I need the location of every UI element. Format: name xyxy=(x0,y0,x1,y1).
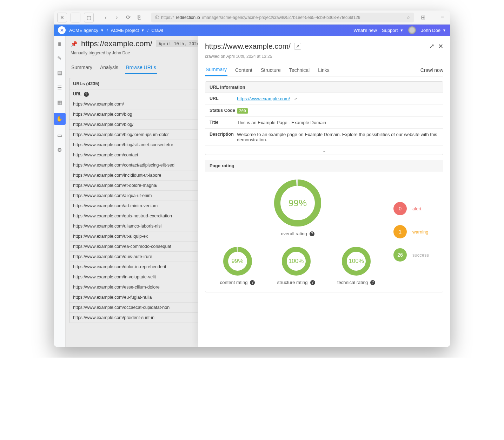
gear-icon[interactable]: ⚙ xyxy=(55,146,64,154)
page-title: https://example.com/ xyxy=(81,39,152,48)
help-icon[interactable]: ? xyxy=(370,280,375,285)
help-icon[interactable]: ? xyxy=(84,92,89,97)
value-description: Welcome to an example page on Example Do… xyxy=(237,132,439,142)
structure-rating-value: 100% xyxy=(289,258,304,265)
edit-icon[interactable]: ✎ xyxy=(55,54,64,62)
label-status: Status Code xyxy=(210,108,237,113)
url-prefix: https:// xyxy=(161,15,174,20)
col-url[interactable]: URL xyxy=(73,92,81,96)
label-title: Title xyxy=(210,120,237,125)
success-label: success xyxy=(412,252,429,258)
app-bar: ⨯ ACME agency ▼ / ACME project ▼ / Crawl… xyxy=(54,25,450,36)
pin-icon[interactable]: 📌 xyxy=(71,41,78,47)
detail-drawer: https://www.example.com/ ↗ ⤢ ✕ crawled o… xyxy=(198,36,450,347)
url-domain: redirection.io xyxy=(176,15,200,20)
alert-count: 0 xyxy=(393,202,407,215)
label-description: Description xyxy=(210,132,237,142)
warning-count: 1 xyxy=(393,225,407,238)
list-icon[interactable]: ☰ xyxy=(55,83,64,92)
grid-icon[interactable]: ⊞ xyxy=(421,14,425,21)
tab-content[interactable]: Content xyxy=(234,65,253,76)
page-rating-panel: Page rating 99% overall rating? xyxy=(205,160,443,292)
structure-rating-donut: 100% xyxy=(281,246,311,276)
close-window-icon[interactable]: ✕ xyxy=(57,13,67,22)
maximize-window-icon[interactable]: ▢ xyxy=(84,13,94,22)
caret-down-icon: ▼ xyxy=(141,28,145,32)
app-window: ✕ — ▢ ‹ › ⟳ ⎘ 🛈 https://redirection.io/m… xyxy=(54,11,450,347)
crawl-icon[interactable]: ✋ xyxy=(54,113,66,125)
minimize-window-icon[interactable]: — xyxy=(71,13,80,22)
crawl-date: April 10th, 2024 xyxy=(156,40,202,47)
label-url: URL xyxy=(210,96,237,101)
tab-browse-urls[interactable]: Browse URLs xyxy=(125,62,157,74)
structure-rating-label: structure rating xyxy=(277,280,308,285)
url-link[interactable]: https://www.example.com/ xyxy=(237,96,290,101)
library-icon[interactable]: ⫼ xyxy=(430,14,436,21)
status-badge: 200 xyxy=(237,108,248,114)
breadcrumb-project[interactable]: ACME project ▼ xyxy=(111,28,145,33)
tab-technical[interactable]: Technical xyxy=(289,65,310,76)
forward-icon[interactable]: › xyxy=(112,13,122,22)
success-count: 26 xyxy=(393,248,407,262)
monitor-icon[interactable]: ▭ xyxy=(55,131,64,140)
tab-structure[interactable]: Structure xyxy=(260,65,281,76)
browser-chrome: ✕ — ▢ ‹ › ⟳ ⎘ 🛈 https://redirection.io/m… xyxy=(54,11,450,25)
avatar[interactable] xyxy=(408,26,416,34)
reload-icon[interactable]: ⟳ xyxy=(123,13,133,22)
support-link[interactable]: Support ▼ xyxy=(382,28,403,33)
menu-icon[interactable]: ≡ xyxy=(441,14,444,21)
page-icon[interactable]: ▤ xyxy=(55,69,64,77)
left-rail: ⫼ ✎ ▤ ☰ ▦ ✋ ▭ ⚙ xyxy=(54,36,66,347)
tab-summary[interactable]: Summary xyxy=(205,64,227,76)
lock-icon: 🛈 xyxy=(155,15,159,20)
chevron-down-icon[interactable]: ⌄ xyxy=(205,146,443,155)
breadcrumb-section: Crawl xyxy=(151,28,163,33)
stats-icon[interactable]: ⫼ xyxy=(55,39,64,48)
technical-rating-value: 100% xyxy=(349,258,364,265)
user-menu[interactable]: John Doe ▼ xyxy=(421,28,446,33)
caret-down-icon: ▼ xyxy=(400,28,404,32)
tab-summary[interactable]: Summary xyxy=(71,62,93,74)
help-icon[interactable]: ? xyxy=(250,280,255,285)
warning-label: warning xyxy=(412,229,429,235)
overall-rating-value: 99% xyxy=(289,198,307,209)
panel-head-url-info: URL Information xyxy=(205,82,443,93)
caret-down-icon: ▼ xyxy=(443,28,446,32)
back-icon[interactable]: ‹ xyxy=(101,13,111,22)
overall-rating-label: overall rating xyxy=(281,231,307,236)
alert-label: alert xyxy=(412,206,421,211)
save-page-icon[interactable]: ⎘ xyxy=(134,13,144,22)
value-title: This is an Example Page - Example Domain xyxy=(237,120,439,125)
drawer-title: https://www.example.com/ xyxy=(205,42,291,50)
legend-alert: 0 alert xyxy=(393,202,429,215)
address-bar[interactable]: 🛈 https://redirection.io/manager/acme-ag… xyxy=(151,13,414,22)
tab-links[interactable]: Links xyxy=(317,65,330,76)
tab-analysis[interactable]: Analysis xyxy=(99,62,119,74)
help-icon[interactable]: ? xyxy=(310,280,315,285)
expand-icon[interactable]: ⤢ xyxy=(429,42,435,50)
crawled-on: crawled on April 10th, 2024 at 13:25 xyxy=(205,54,443,59)
app-logo-icon[interactable]: ⨯ xyxy=(58,26,66,34)
help-icon[interactable]: ? xyxy=(310,231,314,236)
db-icon[interactable]: ▦ xyxy=(55,98,64,107)
star-icon[interactable]: ☆ xyxy=(406,15,410,20)
external-link-icon[interactable]: ↗ xyxy=(294,43,301,50)
panel-head-page-rating: Page rating xyxy=(205,160,443,171)
url-path: /manager/acme-agency/acme-project/crawls… xyxy=(202,15,360,20)
whats-new-link[interactable]: What's new xyxy=(353,28,377,33)
legend-success: 26 success xyxy=(393,248,429,262)
close-icon[interactable]: ✕ xyxy=(438,42,443,50)
content-rating-value: 99% xyxy=(232,258,244,265)
legend-warning: 1 warning xyxy=(393,225,429,238)
url-info-panel: URL Information URL https://www.example.… xyxy=(205,81,443,155)
caret-down-icon: ▼ xyxy=(100,28,104,32)
technical-rating-label: technical rating xyxy=(337,280,368,285)
breadcrumb-agency[interactable]: ACME agency ▼ xyxy=(69,28,104,33)
technical-rating-donut: 100% xyxy=(341,246,371,276)
content-rating-label: content rating xyxy=(220,280,248,285)
overall-rating-donut: 99% xyxy=(273,178,322,228)
external-link-icon[interactable]: ↗ xyxy=(292,96,299,102)
content-rating-donut: 99% xyxy=(223,246,253,276)
crawl-now-button[interactable]: Crawl now xyxy=(420,67,443,73)
